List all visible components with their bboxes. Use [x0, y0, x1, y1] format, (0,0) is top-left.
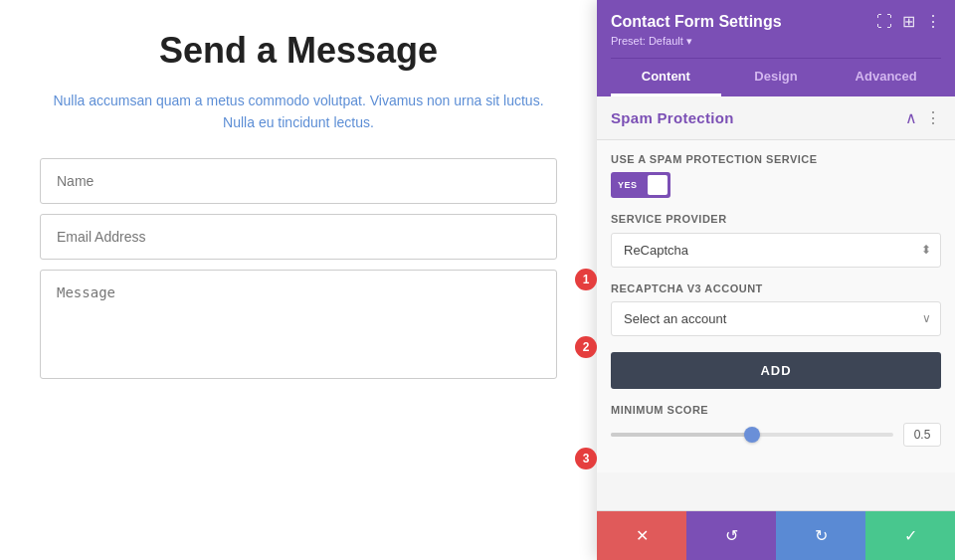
minimum-score-slider-thumb[interactable]: [744, 427, 760, 443]
section-title: Spam Protection: [611, 109, 734, 126]
add-button[interactable]: ADD: [611, 352, 941, 389]
recaptcha-account-select-wrapper: Select an account ∨: [611, 301, 941, 336]
columns-icon[interactable]: ⊞: [902, 12, 915, 31]
name-input[interactable]: [40, 158, 557, 204]
spam-protection-toggle[interactable]: YES: [611, 172, 670, 198]
redo-icon: ↻: [815, 526, 828, 545]
badge-3: 3: [575, 448, 597, 469]
service-provider-select[interactable]: ReCaptcha hCaptcha None: [611, 233, 941, 268]
save-icon: ✓: [904, 526, 917, 545]
toggle-yes-label: YES: [618, 180, 638, 190]
panel-header: Contact Form Settings ⛶ ⊞ ⋮ Preset: Defa…: [597, 0, 955, 96]
spam-protection-section-header: Spam Protection ∧ ⋮: [597, 96, 955, 140]
page-title: Send a Message: [159, 30, 438, 72]
service-provider-select-wrapper: ReCaptcha hCaptcha None ⬍: [611, 233, 941, 268]
minimum-score-slider-row: [611, 423, 941, 447]
recaptcha-account-group: reCAPTCHA v3 Account Select an account ∨: [611, 281, 941, 336]
expand-icon[interactable]: ⛶: [876, 13, 892, 31]
minimum-score-group: Minimum Score: [611, 403, 941, 447]
minimum-score-value[interactable]: [903, 423, 941, 447]
recaptcha-account-label: reCAPTCHA v3 Account: [611, 281, 941, 295]
service-provider-label: Service Provider: [611, 212, 941, 226]
settings-panel: Contact Form Settings ⛶ ⊞ ⋮ Preset: Defa…: [597, 0, 955, 560]
panel-body: Spam Protection ∧ ⋮ Use A Spam Protectio…: [597, 96, 955, 510]
email-input[interactable]: [40, 214, 557, 260]
redo-button[interactable]: ↻: [776, 511, 865, 560]
recaptcha-account-select[interactable]: Select an account: [611, 301, 941, 336]
panel-header-top: Contact Form Settings ⛶ ⊞ ⋮: [611, 12, 941, 31]
section-controls: ∧ ⋮: [905, 108, 941, 127]
page-content: Send a Message Nulla accumsan quam a met…: [0, 0, 597, 560]
tab-design[interactable]: Design: [721, 59, 832, 96]
more-icon[interactable]: ⋮: [925, 12, 941, 31]
undo-icon: ↺: [725, 526, 738, 545]
service-provider-group: Service Provider ReCaptcha hCaptcha None…: [611, 212, 941, 267]
panel-footer: ✕ ↺ ↻ ✓: [597, 510, 955, 560]
minimum-score-slider-track[interactable]: [611, 433, 893, 437]
tab-advanced[interactable]: Advanced: [831, 59, 941, 96]
section-content: Use A Spam Protection Service YES Servic…: [597, 140, 955, 472]
panel-tabs: Content Design Advanced: [611, 58, 941, 96]
panel-title: Contact Form Settings: [611, 13, 782, 31]
panel-preset[interactable]: Preset: Default ▾: [611, 35, 941, 48]
save-button[interactable]: ✓: [865, 511, 955, 560]
spam-protection-toggle-group: Use A Spam Protection Service YES: [611, 152, 941, 198]
cancel-button[interactable]: ✕: [597, 511, 686, 560]
cancel-icon: ✕: [636, 526, 649, 545]
badge-1: 1: [575, 269, 597, 290]
message-input[interactable]: [40, 270, 557, 379]
tab-content[interactable]: Content: [611, 59, 721, 96]
badge-2: 2: [575, 336, 597, 358]
panel-header-icons: ⛶ ⊞ ⋮: [876, 12, 941, 31]
undo-button[interactable]: ↺: [686, 511, 776, 560]
spam-protection-label: Use A Spam Protection Service: [611, 152, 941, 166]
section-menu-icon[interactable]: ⋮: [925, 108, 941, 127]
contact-form: [40, 158, 557, 379]
minimum-score-label: Minimum Score: [611, 403, 941, 417]
toggle-knob: [648, 175, 668, 195]
minimum-score-slider-fill: [611, 433, 752, 437]
section-collapse-icon[interactable]: ∧: [905, 108, 917, 127]
page-description: Nulla accumsan quam a metus commodo volu…: [50, 90, 547, 134]
